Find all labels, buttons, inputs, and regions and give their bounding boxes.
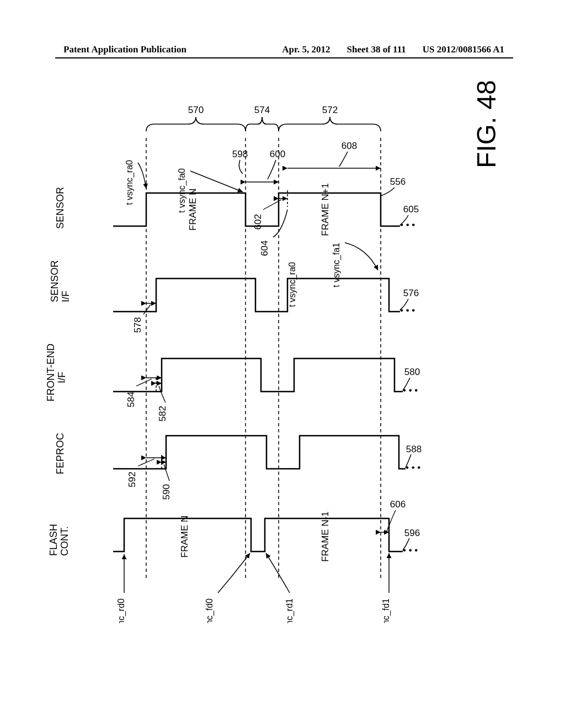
ref-602: 602 — [253, 214, 263, 229]
row-sensorif-label2: I/F — [60, 291, 71, 302]
ref-592: 592 — [127, 472, 137, 487]
sensor-waveform: • • • SENSOR FRAME N FRAME N+1 — [55, 183, 415, 236]
tvsync-rd1: t vsync_rd1 — [285, 598, 295, 623]
ref-606: 606 — [390, 499, 406, 510]
row-frontend-label2: I/F — [56, 372, 67, 383]
ref-582: 582 — [157, 406, 168, 421]
header-date: Apr. 5, 2012 — [282, 44, 330, 55]
svg-text:• • •: • • • — [400, 220, 415, 230]
frontend-if-waveform: • • • FRONT-END I/F — [47, 344, 418, 402]
tvsync-fd0: t vsync_fd0 — [205, 598, 215, 623]
tvsync-ra0-mid: t vsync_ra0 — [287, 262, 297, 307]
feproc-waveform: • • • FEPROC — [55, 433, 420, 474]
ref-572: 572 — [322, 105, 338, 115]
ref-608: 608 — [342, 141, 357, 151]
ref-570: 570 — [188, 105, 204, 115]
timing-diagram: 570 574 572 • • • SENSOR FRAME N FRAME N… — [47, 72, 472, 623]
ref-604: 604 — [259, 240, 270, 256]
tvsync-rd0: t vsync_rd0 — [116, 598, 126, 623]
tvsync-ra0-left: t vsync_ra0 — [125, 160, 135, 205]
row-sensor-label: SENSOR — [55, 187, 66, 229]
ref-578: 578 — [132, 317, 143, 333]
frame-n-sensor: FRAME N — [188, 189, 198, 231]
ref-556: 556 — [390, 176, 406, 187]
row-sensorif-label1: SENSOR — [49, 260, 60, 302]
header-left: Patent Application Publication — [63, 44, 186, 55]
ref-596: 596 — [404, 528, 420, 538]
frame-n-flash: FRAME N — [179, 516, 190, 558]
row-flash-label2: CONT. — [59, 526, 70, 556]
figure-label: FIG. 48 — [471, 80, 502, 168]
ref-590: 590 — [161, 484, 172, 500]
row-frontend-label1: FRONT-END — [47, 344, 56, 402]
tvsync-fd1: t vsync_fd1 — [381, 598, 391, 623]
svg-line-15 — [136, 379, 152, 386]
frame-nm1-flash: FRAME N-1 — [320, 511, 331, 562]
ref-574: 574 — [254, 105, 270, 115]
header-rule — [55, 57, 513, 58]
svg-text:• • •: • • • — [406, 462, 420, 473]
flash-waveform: • • • FLASH CONT. FRAME N FRAME N-1 — [48, 511, 418, 562]
ref-588: 588 — [406, 444, 422, 454]
ref-580: 580 — [404, 367, 420, 377]
page-header: Patent Application Publication Apr. 5, 2… — [0, 44, 565, 55]
svg-text:• • •: • • • — [400, 305, 415, 315]
row-flash-label1: FLASH — [48, 524, 59, 556]
frame-n1-sensor: FRAME N+1 — [320, 183, 331, 236]
ref-598: 598 — [232, 149, 248, 159]
row-feproc-label: FEPROC — [55, 433, 66, 474]
tvsync-fa1: t vsync_fa1 — [332, 243, 342, 287]
ref-605: 605 — [403, 204, 419, 215]
header-pubnum: US 2012/0081566 A1 — [423, 44, 504, 55]
header-sheet: Sheet 38 of 111 — [347, 44, 406, 55]
ref-576: 576 — [403, 288, 419, 298]
tvsync-fa0: t vsync_fa0 — [177, 168, 187, 213]
ref-600: 600 — [270, 149, 285, 159]
sensor-if-waveform: • • • SENSOR I/F — [49, 260, 415, 315]
ref-584: 584 — [126, 392, 136, 407]
svg-line-12 — [143, 304, 151, 314]
